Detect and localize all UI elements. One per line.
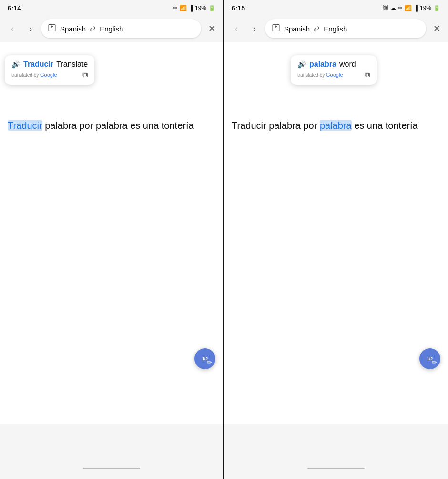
signal-icon: ▐ bbox=[189, 5, 193, 11]
left-swap-icon[interactable]: ⇄ bbox=[90, 24, 96, 33]
left-source-word: Traducir bbox=[23, 60, 53, 69]
right-status-bar: 6:15 🖼 ☁ ✏ 📶 ▐ 19% 🔋 bbox=[224, 0, 448, 15]
left-translate-bar: Spanish ⇄ English bbox=[41, 19, 201, 38]
left-translated-word: Translate bbox=[56, 60, 88, 69]
right-phone-screen: 6:15 🖼 ☁ ✏ 📶 ▐ 19% 🔋 ‹ › Spanish ⇄ Engli… bbox=[224, 0, 448, 479]
right-swap-icon[interactable]: ⇄ bbox=[314, 24, 320, 33]
left-source-lang[interactable]: Spanish bbox=[60, 25, 86, 33]
right-highlighted-word[interactable]: palabra bbox=[320, 120, 352, 131]
right-forward-button[interactable]: › bbox=[247, 21, 262, 36]
left-copy-icon[interactable]: ⧉ bbox=[82, 71, 88, 79]
right-page-text: Traducir palabra por palabra es una tont… bbox=[232, 118, 440, 133]
right-nav-handle bbox=[307, 468, 365, 469]
left-close-button[interactable]: ✕ bbox=[205, 22, 218, 35]
right-signal-icon: ▐ bbox=[414, 5, 418, 11]
right-source-lang[interactable]: Spanish bbox=[284, 25, 310, 33]
left-page-content: 🔊 Traducir Translate translated by Googl… bbox=[0, 42, 223, 424]
left-fab-button[interactable]: 1/2 ✏ bbox=[194, 348, 215, 369]
right-word-row: 🔊 palabra word bbox=[297, 60, 370, 69]
right-source-word: palabra bbox=[309, 60, 336, 69]
right-text-after: es una tontería bbox=[352, 120, 418, 131]
left-forward-button[interactable]: › bbox=[23, 21, 38, 36]
left-speaker-icon[interactable]: 🔊 bbox=[11, 60, 20, 69]
left-translated-by-label: translated by Google bbox=[11, 72, 57, 78]
left-page-text: Traducir palabra por palabra es una tont… bbox=[8, 118, 215, 133]
right-time: 6:15 bbox=[232, 4, 245, 12]
right-copy-icon[interactable]: ⧉ bbox=[365, 71, 370, 79]
right-battery-text: 19% bbox=[420, 5, 431, 11]
right-target-lang[interactable]: English bbox=[324, 25, 347, 33]
right-fab-edit-icon: ✏ bbox=[432, 359, 437, 366]
left-word-row: 🔊 Traducir Translate bbox=[11, 60, 88, 69]
left-time: 6:14 bbox=[8, 4, 21, 12]
right-translated-by-label: translated by Google bbox=[297, 72, 343, 78]
wifi-icon: 📶 bbox=[180, 5, 187, 11]
right-speaker-icon[interactable]: 🔊 bbox=[297, 60, 306, 69]
right-battery-icon: 🔋 bbox=[433, 5, 440, 11]
left-bottom-nav bbox=[0, 424, 223, 479]
left-text-rest: palabra por palabra es una tontería bbox=[42, 120, 194, 131]
right-bottom-nav bbox=[224, 424, 448, 479]
right-wifi-icon: 📶 bbox=[405, 5, 412, 11]
left-target-lang[interactable]: English bbox=[100, 25, 123, 33]
left-status-bar: 6:14 ✏ 📶 ▐ 19% 🔋 bbox=[0, 0, 223, 15]
right-edit-icon: ✏ bbox=[398, 5, 403, 11]
right-translation-footer: translated by Google ⧉ bbox=[297, 71, 370, 79]
left-phone-screen: 6:14 ✏ 📶 ▐ 19% 🔋 ‹ › Spanish ⇄ English ✕ bbox=[0, 0, 224, 479]
right-translate-bar: Spanish ⇄ English bbox=[265, 19, 426, 38]
right-text-before: Traducir palabra por bbox=[232, 120, 320, 131]
right-translate-icon bbox=[272, 23, 280, 34]
left-status-icons: ✏ 📶 ▐ 19% 🔋 bbox=[173, 5, 215, 11]
left-nav-handle bbox=[83, 468, 140, 469]
left-highlighted-word[interactable]: Traducir bbox=[8, 120, 42, 131]
left-translation-card: 🔊 Traducir Translate translated by Googl… bbox=[5, 55, 94, 85]
right-photo-icon: 🖼 bbox=[383, 5, 388, 11]
battery-icon: 🔋 bbox=[208, 5, 215, 11]
right-fab-button[interactable]: 1/2 ✏ bbox=[419, 348, 440, 369]
edit-icon: ✏ bbox=[173, 5, 178, 11]
left-browser-toolbar: ‹ › Spanish ⇄ English ✕ bbox=[0, 15, 223, 42]
right-browser-toolbar: ‹ › Spanish ⇄ English ✕ bbox=[224, 15, 448, 42]
right-page-content: 🔊 palabra word translated by Google ⧉ Tr… bbox=[224, 42, 448, 424]
left-translation-footer: translated by Google ⧉ bbox=[11, 71, 88, 79]
right-cloud-icon: ☁ bbox=[390, 5, 396, 11]
left-fab-edit-icon: ✏ bbox=[207, 359, 212, 366]
left-back-button[interactable]: ‹ bbox=[5, 21, 20, 36]
right-back-button[interactable]: ‹ bbox=[229, 21, 244, 36]
right-translated-word: word bbox=[339, 60, 356, 69]
translate-icon bbox=[48, 23, 56, 34]
right-translation-card: 🔊 palabra word translated by Google ⧉ bbox=[291, 55, 377, 85]
right-status-icons: 🖼 ☁ ✏ 📶 ▐ 19% 🔋 bbox=[383, 5, 440, 11]
left-google-label: Google bbox=[40, 72, 57, 78]
right-google-label: Google bbox=[326, 72, 343, 78]
right-close-button[interactable]: ✕ bbox=[430, 22, 443, 35]
battery-text: 19% bbox=[195, 5, 206, 11]
